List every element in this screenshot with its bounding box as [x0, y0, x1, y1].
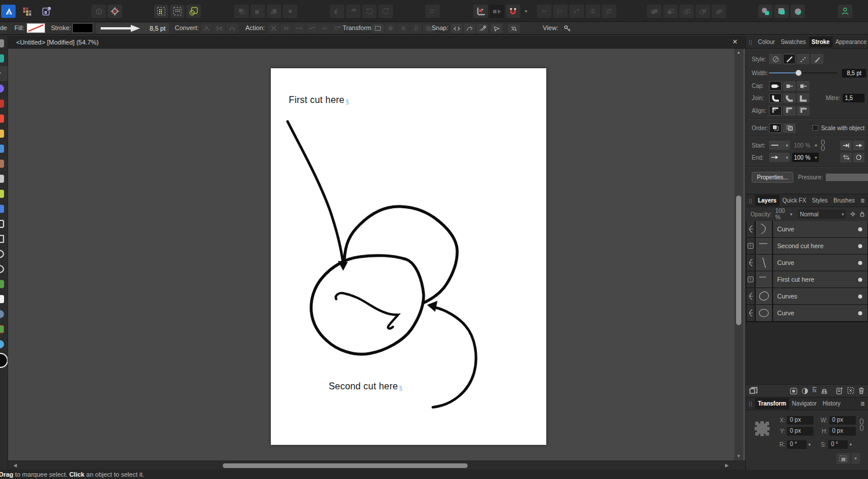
s-chevron-icon[interactable]: ▾: [849, 442, 852, 447]
properties-button[interactable]: Properties...: [752, 172, 793, 183]
scroll-left-icon[interactable]: ◀: [10, 461, 20, 470]
arrowhead-inside-button[interactable]: [840, 141, 852, 150]
arrowhead-outside-button[interactable]: [853, 141, 865, 150]
link-dimensions-icon[interactable]: [859, 418, 865, 431]
layer-visibility-toggle[interactable]: [858, 244, 862, 248]
layer-row[interactable]: T Second cut here: [746, 238, 868, 255]
layer-visibility-toggle[interactable]: [858, 261, 862, 265]
move-by-whole-pixels-icon[interactable]: [473, 5, 488, 18]
cap-butt-button[interactable]: [797, 81, 810, 91]
layer-name[interactable]: First cut here: [777, 276, 814, 283]
tool-icon[interactable]: [0, 292, 8, 307]
stroke-width-control[interactable]: 8,5 pt: [96, 23, 169, 34]
layer-visibility-toggle[interactable]: [858, 311, 862, 315]
align-inside-button[interactable]: [783, 106, 796, 116]
panel-grip[interactable]: ||: [746, 39, 755, 45]
insert-behind-icon[interactable]: [758, 5, 773, 18]
tool-icon[interactable]: [0, 261, 8, 277]
add-empty-layer-icon[interactable]: [847, 387, 854, 394]
x-field[interactable]: 0 px: [787, 416, 814, 425]
panel-grip[interactable]: ||: [746, 198, 755, 204]
delete-layer-trash-icon[interactable]: [858, 387, 865, 395]
mask-layer-icon[interactable]: [790, 388, 797, 395]
snap-pressure-icon[interactable]: [508, 24, 520, 33]
tool-icon[interactable]: [0, 51, 8, 66]
transform-bounds-icon[interactable]: [372, 24, 384, 33]
stroke-style-brush-button[interactable]: [811, 54, 823, 64]
scale-with-object-checkbox[interactable]: [812, 125, 818, 131]
join-bevel-button[interactable]: [783, 93, 796, 103]
tool-icon[interactable]: [0, 186, 8, 201]
adjustment-layer-icon[interactable]: [801, 388, 808, 395]
tool-icon[interactable]: [0, 141, 8, 156]
snap-candidates-icon[interactable]: [491, 24, 502, 33]
layer-visibility-toggle[interactable]: [858, 294, 862, 299]
reset-arrowheads-button[interactable]: [853, 153, 865, 163]
vertical-scroll-thumb[interactable]: [736, 196, 741, 325]
tab-history[interactable]: History: [819, 398, 843, 409]
tool-icon[interactable]: [0, 337, 8, 352]
layer-row[interactable]: Curve: [746, 305, 868, 322]
layer-name[interactable]: Second cut here: [777, 242, 823, 249]
tool-icon[interactable]: [0, 322, 8, 337]
join-round-button[interactable]: [769, 93, 782, 103]
panel-menu-icon[interactable]: ≡: [860, 197, 868, 205]
horizontal-scrollbar[interactable]: ◀ ▶: [8, 460, 745, 470]
snap-preset-shapes-icon[interactable]: [186, 5, 201, 18]
stroke-style-dashed-button[interactable]: [797, 54, 810, 64]
layer-name[interactable]: Curve: [777, 309, 794, 316]
layer-row[interactable]: Curve: [746, 255, 868, 271]
snap-to-nodes-icon[interactable]: [451, 24, 462, 33]
layer-visibility-toggle[interactable]: [858, 278, 862, 282]
tab-swatches[interactable]: Swatches: [778, 36, 808, 47]
layers-empty-area[interactable]: [746, 322, 868, 384]
lock-icon[interactable]: [860, 211, 865, 218]
h-field[interactable]: 0 px: [829, 427, 856, 436]
layer-row[interactable]: T First cut here: [746, 271, 868, 288]
tab-styles[interactable]: Styles: [809, 195, 830, 206]
tool-icon[interactable]: [0, 246, 8, 261]
tool-icon[interactable]: [0, 111, 8, 126]
join-mitre-button[interactable]: [797, 93, 810, 103]
tab-stroke[interactable]: Stroke: [809, 36, 833, 47]
swap-arrowheads-button[interactable]: [840, 153, 852, 163]
cap-round-button[interactable]: [769, 81, 782, 91]
group-layers-icon[interactable]: [749, 387, 757, 395]
layer-thumbnail[interactable]: [755, 288, 773, 305]
order-stroke-behind-button[interactable]: [783, 123, 796, 133]
layer-thumbnail[interactable]: [755, 221, 773, 238]
anchor-point-selector[interactable]: [753, 419, 771, 438]
export-persona-icon[interactable]: [39, 5, 54, 18]
scroll-down-icon[interactable]: ▼: [734, 452, 743, 460]
panel-menu-icon[interactable]: ≡: [860, 400, 868, 408]
tab-colour[interactable]: Colour: [755, 36, 778, 47]
transform-mode-chevron[interactable]: ▾: [851, 453, 860, 464]
vertical-scrollbar[interactable]: ▲ ▼: [734, 49, 743, 460]
layer-thumbnail[interactable]: [755, 255, 773, 271]
scroll-right-icon[interactable]: ▶: [722, 461, 731, 470]
start-arrowhead-dropdown[interactable]: ▾: [769, 141, 790, 150]
horizontal-scroll-thumb[interactable]: [223, 463, 468, 468]
align-centre-button[interactable]: [769, 106, 782, 116]
stroke-width-slider[interactable]: [769, 70, 837, 76]
tab-transform[interactable]: Transform: [755, 398, 789, 409]
tab-navigator[interactable]: Navigator: [789, 398, 820, 409]
tool-icon[interactable]: [0, 36, 8, 51]
align-outside-button[interactable]: [797, 106, 810, 116]
add-layer-icon[interactable]: [836, 387, 843, 395]
document-page[interactable]: First cut here§ Second cut here§: [271, 68, 546, 445]
canvas-text-first-cut[interactable]: First cut here§: [289, 95, 349, 105]
tab-appearance[interactable]: Appearance: [833, 36, 868, 47]
mitre-field[interactable]: 1,5: [843, 94, 865, 102]
fill-swatch[interactable]: [27, 23, 45, 33]
end-arrowhead-dropdown[interactable]: ▾: [769, 153, 790, 162]
canvas-viewport[interactable]: First cut here§ Second cut here§ ▲ ▼: [8, 49, 745, 460]
snap-to-geometry-icon[interactable]: [464, 24, 475, 33]
tool-icon[interactable]: [0, 96, 8, 111]
snapping-options-chevron[interactable]: ▾: [522, 5, 530, 18]
layer-row[interactable]: Curve: [746, 221, 868, 238]
stroke-swatch[interactable]: [72, 23, 93, 33]
tool-icon[interactable]: [0, 201, 8, 216]
layer-row[interactable]: Curves: [746, 288, 868, 305]
tool-icon[interactable]: [0, 231, 8, 246]
